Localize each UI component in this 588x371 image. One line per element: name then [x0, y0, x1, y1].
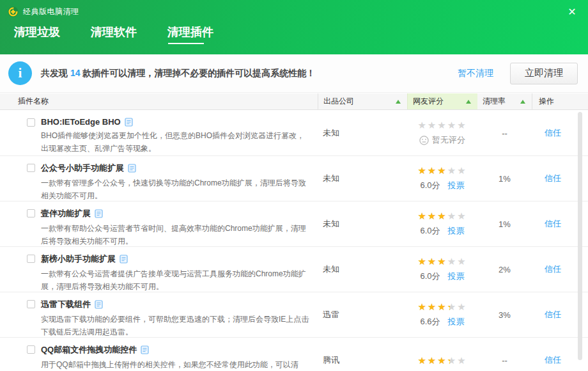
note-icon[interactable]	[125, 118, 133, 127]
plugin-description: 一款带有帮助公众号运营者节省时间、提高效率功能的Chrome功能扩展，清理后将导…	[41, 222, 311, 248]
vote-link[interactable]: 投票	[448, 271, 465, 282]
info-bar: i 共发现 14 款插件可以清理，清理掉不必要的插件可以提高系统性能！ 暂不清理…	[0, 54, 588, 93]
note-icon[interactable]	[95, 209, 103, 218]
rating-cell: ★★★★★ ★★★★★	[407, 338, 477, 371]
plugin-cell: QQ邮箱文件拖拽功能控件 用于QQ邮箱中拖拽上传附件的相关控件，如果您	[0, 338, 318, 371]
publisher-cell: 迅雷	[318, 292, 407, 337]
star-rating: ★★★★★ ★★★★★	[417, 120, 467, 130]
app-header: 经典版电脑清理 ✕ 清理垃圾 清理软件 清理插件	[0, 0, 588, 54]
column-label: 出品公司	[323, 96, 354, 107]
row-checkbox[interactable]	[27, 209, 35, 217]
trust-link[interactable]: 信任	[545, 309, 561, 320]
tab-clean-junk[interactable]: 清理垃圾	[14, 24, 60, 46]
note-icon[interactable]	[128, 164, 136, 173]
note-icon[interactable]	[95, 300, 103, 309]
trust-link[interactable]: 信任	[545, 218, 561, 230]
score-line: 6.0分 投票	[420, 180, 464, 191]
column-header-rating[interactable]: 网友评分	[407, 93, 477, 109]
column-label: 网友评分	[413, 96, 444, 107]
star-rating: ★★★★★ ★★★★★	[417, 356, 467, 365]
score-value: 6.0分	[420, 271, 440, 282]
table-row: 新榜小助手功能扩展 一款带有公众号运营者提供广告接单变现与运营工具服务	[0, 247, 588, 292]
row-checkbox[interactable]	[27, 345, 35, 354]
table-row: 壹伴功能扩展 一款带有帮助公众号运营者节省时间、提高效率功能的Chro	[0, 201, 588, 247]
plugin-info: 公众号小助手功能扩展 一款带有管理多个公众号，快速切换等功能的Chro	[41, 162, 311, 201]
clean-rate-cell: 3%	[477, 292, 532, 337]
close-icon[interactable]: ✕	[565, 5, 579, 19]
column-header-action: 操作	[532, 93, 588, 109]
rating-cell: ★★★★★ ★★★★★ 6.0分 投票	[407, 247, 477, 292]
info-text-before: 共发现	[41, 68, 70, 78]
table-row: QQ邮箱文件拖拽功能控件 用于QQ邮箱中拖拽上传附件的相关控件，如果您	[0, 338, 588, 371]
plugin-name: QQ邮箱文件拖拽功能控件	[41, 344, 137, 356]
vote-link[interactable]: 投票	[448, 225, 465, 237]
row-checkbox[interactable]	[27, 255, 35, 263]
titlebar: 经典版电脑清理	[0, 0, 588, 19]
plugin-cell: BHO:IEToEdge BHO BHO插件能够使浏览器更加个性化，但	[0, 111, 318, 155]
publisher-cell: 未知	[318, 111, 407, 155]
plugin-cell: 迅雷下载组件 实现迅雷下载功能的必要组件，可帮助您更迅速的下载；清理后	[0, 292, 318, 337]
stars-filled: ★★★★★	[417, 257, 447, 266]
no-rating-text: 暂无评分	[432, 134, 465, 146]
stars-filled: ★★★★★	[417, 166, 447, 175]
plugin-description: 用于QQ邮箱中拖拽上传附件的相关控件，如果您不经常使用此功能，可以清	[41, 358, 311, 371]
info-icon: i	[8, 61, 32, 85]
publisher-cell: 未知	[318, 201, 407, 246]
plugin-description: 实现迅雷下载功能的必要组件，可帮助您更迅速的下载；清理后会导致IE上点击下载链后…	[41, 313, 311, 338]
column-label: 清理率	[483, 96, 506, 107]
column-header-plugin-name: 插件名称	[0, 93, 318, 109]
plugin-description: 一款带有管理多个公众号，快速切换等功能的Chrome功能扩展，清理后将导致相关功…	[41, 177, 311, 202]
app-window: 经典版电脑清理 ✕ 清理垃圾 清理软件 清理插件 i 共发现 14 款插件可以清…	[0, 0, 588, 371]
table-row: 迅雷下载组件 实现迅雷下载功能的必要组件，可帮助您更迅速的下载；清理后	[0, 292, 588, 338]
clean-now-button[interactable]: 立即清理	[510, 63, 578, 84]
sort-up-icon	[396, 100, 401, 104]
publisher-cell: 未知	[318, 156, 407, 201]
plugin-name: 壹伴功能扩展	[41, 208, 91, 219]
plugin-info: 壹伴功能扩展 一款带有帮助公众号运营者节省时间、提高效率功能的Chro	[41, 208, 311, 246]
scrollbar-thumb[interactable]	[578, 112, 582, 360]
plugin-list: BHO:IEToEdge BHO BHO插件能够使浏览器更加个性化，但	[0, 111, 588, 371]
plugin-description: 一款带有公众号运营者提供广告接单变现与运营工具服务功能的Chrome功能扩展，清…	[41, 267, 311, 293]
plugin-cell: 公众号小助手功能扩展 一款带有管理多个公众号，快速切换等功能的Chro	[0, 156, 318, 201]
plugin-name: 新榜小助手功能扩展	[41, 253, 116, 265]
column-header-publisher[interactable]: 出品公司	[318, 93, 407, 109]
column-label: 操作	[539, 96, 554, 107]
row-checkbox[interactable]	[27, 118, 35, 127]
rating-cell: ★★★★★ ★★★★★ 6.6分 投票	[407, 292, 477, 337]
plugin-cell: 壹伴功能扩展 一款带有帮助公众号运营者节省时间、提高效率功能的Chro	[0, 201, 318, 246]
no-rating-label: 暂无评分	[419, 134, 465, 146]
plugin-info: QQ邮箱文件拖拽功能控件 用于QQ邮箱中拖拽上传附件的相关控件，如果您	[41, 344, 311, 371]
tab-clean-software[interactable]: 清理软件	[91, 24, 137, 46]
vote-link[interactable]: 投票	[448, 180, 465, 191]
rating-cell: ★★★★★ ★★★★★ 6.0分 投票	[407, 156, 477, 201]
plugin-name: 迅雷下载组件	[41, 299, 91, 310]
clean-rate-cell: --	[477, 338, 532, 371]
stars-filled: ★★★★★	[417, 302, 450, 312]
note-icon[interactable]	[120, 255, 128, 264]
tab-clean-plugins[interactable]: 清理插件	[167, 24, 213, 46]
row-checkbox[interactable]	[27, 164, 35, 172]
plugin-count: 14	[70, 68, 81, 78]
clean-rate-cell: 1%	[477, 201, 532, 246]
app-title: 经典版电脑清理	[23, 6, 79, 17]
plugin-info: 新榜小助手功能扩展 一款带有公众号运营者提供广告接单变现与运营工具服务	[41, 253, 311, 292]
plugin-info: BHO:IEToEdge BHO BHO插件能够使浏览器更加个性化，但	[41, 117, 311, 155]
vote-link[interactable]: 投票	[448, 316, 465, 328]
score-value: 6.0分	[420, 225, 440, 237]
trust-link[interactable]: 信任	[545, 354, 561, 366]
note-icon[interactable]	[141, 345, 149, 354]
trust-link[interactable]: 信任	[545, 264, 561, 275]
star-rating: ★★★★★ ★★★★★	[417, 211, 467, 221]
trust-link[interactable]: 信任	[545, 173, 561, 184]
table-row: 公众号小助手功能扩展 一款带有管理多个公众号，快速切换等功能的Chro	[0, 156, 588, 201]
row-checkbox[interactable]	[27, 300, 35, 308]
nav-tabs: 清理垃圾 清理软件 清理插件	[14, 24, 244, 46]
column-header-clean-rate[interactable]: 清理率	[477, 93, 532, 109]
table-header: 插件名称 出品公司 网友评分 清理率 操作	[0, 93, 588, 110]
trust-link[interactable]: 信任	[545, 127, 561, 139]
table-row: BHO:IEToEdge BHO BHO插件能够使浏览器更加个性化，但	[0, 111, 588, 156]
info-text-after: 款插件可以清理，清理掉不必要的插件可以提高系统性能！	[80, 68, 315, 78]
publisher-cell: 未知	[318, 247, 407, 292]
neutral-face-icon	[419, 136, 429, 145]
skip-clean-link[interactable]: 暂不清理	[458, 68, 493, 79]
